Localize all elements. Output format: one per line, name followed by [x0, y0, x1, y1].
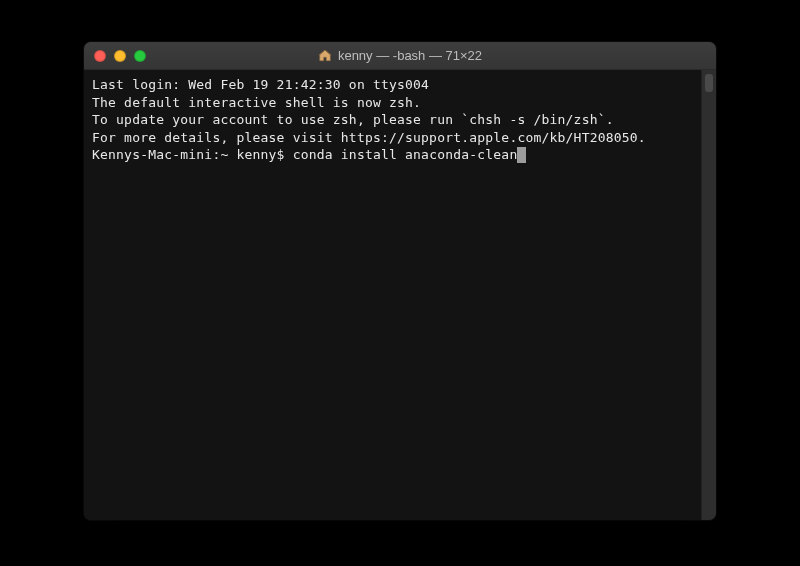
window-title-container: kenny — -bash — 71×22 [84, 48, 716, 63]
prompt-line: Kennys-Mac-mini:~ kenny$ conda install a… [92, 146, 693, 164]
minimize-icon[interactable] [114, 50, 126, 62]
terminal-window: kenny — -bash — 71×22 Last login: Wed Fe… [84, 42, 716, 520]
terminal-line: For more details, please visit https://s… [92, 129, 693, 147]
traffic-lights [94, 50, 146, 62]
home-icon [318, 49, 332, 62]
terminal-line: Last login: Wed Feb 19 21:42:30 on ttys0… [92, 76, 693, 94]
scrollbar-track[interactable] [701, 70, 716, 520]
zoom-icon[interactable] [134, 50, 146, 62]
close-icon[interactable] [94, 50, 106, 62]
window-title: kenny — -bash — 71×22 [338, 48, 482, 63]
scrollbar-thumb[interactable] [705, 74, 713, 92]
terminal-line: The default interactive shell is now zsh… [92, 94, 693, 112]
terminal-line: To update your account to use zsh, pleas… [92, 111, 693, 129]
cursor [517, 147, 525, 163]
command-input[interactable]: conda install anaconda-clean [293, 146, 518, 164]
terminal-content[interactable]: Last login: Wed Feb 19 21:42:30 on ttys0… [84, 70, 701, 520]
terminal-body: Last login: Wed Feb 19 21:42:30 on ttys0… [84, 70, 716, 520]
prompt: Kennys-Mac-mini:~ kenny$ [92, 146, 293, 164]
titlebar[interactable]: kenny — -bash — 71×22 [84, 42, 716, 70]
